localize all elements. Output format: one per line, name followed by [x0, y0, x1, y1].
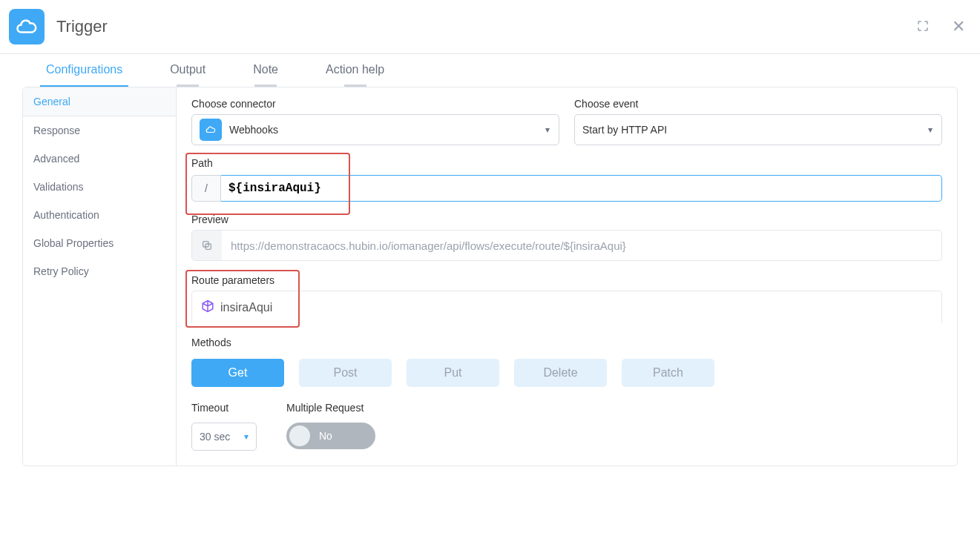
- connector-label: Choose connector: [191, 98, 559, 110]
- connector-select[interactable]: Webhooks ▾: [191, 114, 559, 145]
- path-row: /: [191, 175, 942, 202]
- route-params-box[interactable]: insiraAqui: [191, 291, 942, 323]
- method-put[interactable]: Put: [407, 359, 499, 387]
- preview-field: Preview https://demonstracaocs.hubin.io/…: [191, 213, 942, 261]
- header: Trigger ✕: [0, 0, 980, 54]
- event-field: Choose event Start by HTTP API ▾: [574, 98, 942, 145]
- timeout-value: 30 sec: [200, 431, 230, 443]
- multiple-request-field: Multiple Request No: [286, 402, 375, 449]
- sidebar-item-response[interactable]: Response: [23, 116, 176, 145]
- event-label: Choose event: [574, 98, 942, 110]
- sidebar-item-advanced[interactable]: Advanced: [23, 145, 176, 173]
- method-post[interactable]: Post: [299, 359, 392, 387]
- methods-label: Methods: [191, 337, 942, 348]
- cube-icon: [201, 299, 214, 315]
- tab-output[interactable]: Output: [164, 63, 211, 87]
- route-params-label: Route parameters: [191, 274, 274, 286]
- close-icon[interactable]: ✕: [952, 19, 965, 35]
- timeout-field: Timeout 30 sec ▾: [191, 402, 257, 451]
- toggle-knob: [289, 426, 310, 446]
- methods-field: Methods Get Post Put Delete Patch: [191, 337, 942, 387]
- event-value: Start by HTTP API: [582, 124, 667, 136]
- sidebar-item-authentication[interactable]: Authentication: [23, 201, 176, 229]
- tabs: Configurations Output Note Action help: [0, 54, 980, 87]
- tab-configurations[interactable]: Configurations: [40, 63, 128, 87]
- copy-button[interactable]: [192, 231, 222, 260]
- connector-value: Webhooks: [229, 124, 278, 136]
- tab-note[interactable]: Note: [247, 63, 284, 87]
- tab-action-help[interactable]: Action help: [320, 63, 390, 87]
- main-panel: General Response Advanced Validations Au…: [22, 87, 958, 466]
- content: Choose connector Webhooks ▾ Choose event…: [177, 87, 957, 466]
- sidebar-item-general[interactable]: General: [23, 87, 176, 116]
- methods-row: Get Post Put Delete Patch: [191, 359, 942, 387]
- method-get[interactable]: Get: [191, 359, 284, 387]
- multiple-request-label: Multiple Request: [286, 402, 375, 414]
- method-patch[interactable]: Patch: [622, 359, 714, 387]
- header-controls: ✕: [916, 19, 965, 35]
- sidebar-item-validations[interactable]: Validations: [23, 173, 176, 201]
- method-delete[interactable]: Delete: [514, 359, 607, 387]
- toggle-value: No: [319, 430, 332, 442]
- chevron-down-icon: ▾: [928, 125, 933, 135]
- sidebar: General Response Advanced Validations Au…: [23, 87, 177, 466]
- page-title: Trigger: [56, 17, 108, 36]
- timeout-label: Timeout: [191, 402, 257, 414]
- expand-icon[interactable]: [916, 19, 930, 35]
- chevron-down-icon: ▾: [244, 431, 249, 442]
- preview-url: https://demonstracaocs.hubin.io/iomanage…: [231, 239, 626, 252]
- timeout-select[interactable]: 30 sec ▾: [191, 423, 257, 451]
- preview-row: https://demonstracaocs.hubin.io/iomanage…: [191, 230, 942, 261]
- event-select[interactable]: Start by HTTP API ▾: [574, 114, 942, 145]
- path-input[interactable]: [221, 175, 942, 202]
- preview-label: Preview: [191, 213, 942, 225]
- multiple-request-toggle[interactable]: No: [286, 423, 375, 449]
- sidebar-item-global-properties[interactable]: Global Properties: [23, 229, 176, 257]
- path-prefix: /: [191, 175, 221, 202]
- chevron-down-icon: ▾: [545, 125, 550, 135]
- header-left: Trigger: [9, 9, 108, 44]
- cloud-icon: [9, 9, 45, 44]
- bottom-row: Timeout 30 sec ▾ Multiple Request No: [191, 402, 942, 451]
- cloud-icon: [200, 119, 222, 141]
- connector-field: Choose connector Webhooks ▾: [191, 98, 559, 145]
- route-params-value: insiraAqui: [220, 301, 272, 314]
- sidebar-item-retry-policy[interactable]: Retry Policy: [23, 257, 176, 285]
- path-label: Path: [191, 157, 213, 169]
